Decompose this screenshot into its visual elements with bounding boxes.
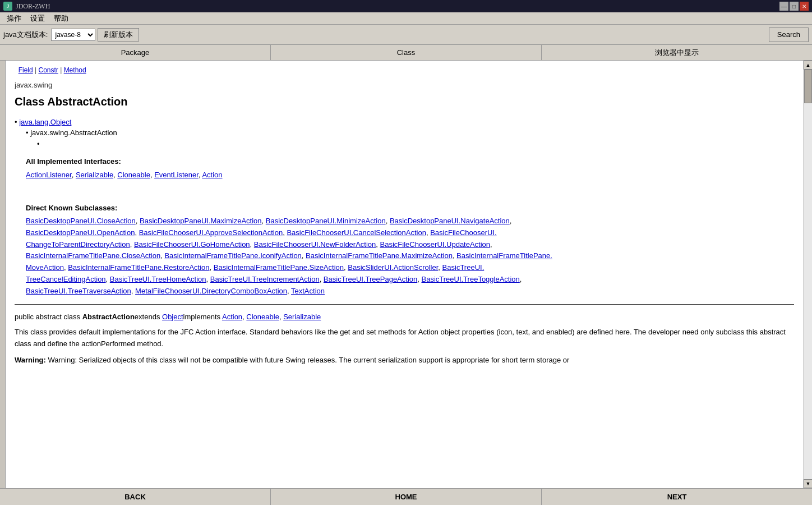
app-icon: J: [3, 2, 12, 11]
scroll-up-button[interactable]: ▲: [804, 61, 812, 70]
nav-links: Field | Constr | Method: [15, 65, 794, 75]
inheritance-item-3: [37, 139, 794, 150]
refresh-button[interactable]: 刷新版本: [98, 28, 139, 42]
subclass-18[interactable]: BasicSliderUI.ActionScroller: [348, 263, 438, 272]
subclass-26[interactable]: TextAction: [291, 287, 325, 295]
left-sidebar: [0, 61, 6, 488]
minimize-button[interactable]: —: [779, 2, 788, 11]
tab-browser[interactable]: 浏览器中显示: [542, 45, 812, 60]
subclass-9[interactable]: BasicFileChooserUI.GoHomeAction: [134, 240, 250, 249]
subclasses-section: Direct Known Subclasses: BasicDesktopPan…: [26, 203, 794, 297]
home-button[interactable]: HOME: [271, 489, 542, 505]
nav-method-link[interactable]: Method: [64, 66, 86, 74]
subclass-5[interactable]: BasicDesktopPaneUI.OpenAction: [26, 228, 135, 237]
subclass-14[interactable]: BasicInternalFrameTitlePane.MaximizeActi…: [306, 251, 453, 260]
subclass-22[interactable]: BasicTreeUI.TreePageAction: [324, 275, 417, 283]
content-wrapper: Field | Constr | Method javax.swing Clas…: [0, 61, 812, 488]
namespace: javax.swing: [15, 80, 794, 91]
interfaces-list: ActionListener, Serializable, Cloneable,…: [26, 169, 794, 181]
subclass-1[interactable]: BasicDesktopPaneUI.CloseAction: [26, 217, 136, 225]
interfaces-label: All Implemented Interfaces:: [26, 156, 794, 167]
inheritance-list: java.lang.Object javax.swing.AbstractAct…: [15, 117, 794, 150]
window-controls: — □ ✕: [779, 2, 809, 11]
search-button[interactable]: Search: [769, 27, 809, 42]
interface-actionlistener[interactable]: ActionListener: [26, 171, 72, 179]
inheritance-item-1: java.lang.Object: [15, 117, 794, 128]
sig-action-link[interactable]: Action: [222, 313, 242, 321]
subclass-13[interactable]: BasicInternalFrameTitlePane.IconifyActio…: [164, 251, 301, 260]
scroll-thumb[interactable]: [804, 70, 812, 103]
subclass-16[interactable]: BasicInternalFrameTitlePane.RestoreActio…: [68, 263, 209, 272]
window-title: JDOR-ZWH: [16, 2, 779, 11]
divider: [15, 304, 794, 305]
next-button[interactable]: NEXT: [542, 489, 812, 505]
sig-extends: extends: [135, 313, 162, 321]
tab-package[interactable]: Package: [0, 45, 271, 60]
title-bar: J JDOR-ZWH — □ ✕: [0, 0, 812, 12]
subclass-6[interactable]: BasicFileChooserUI.ApproveSelectionActio…: [139, 228, 283, 237]
desc-para-1: This class provides default implementati…: [15, 327, 794, 350]
inheritance-item-2: javax.swing.AbstractAction: [26, 127, 794, 139]
subclass-10[interactable]: BasicFileChooserUI.NewFolderAction: [254, 240, 376, 249]
java-lang-object-link[interactable]: java.lang.Object: [19, 118, 71, 126]
menu-bar: 操作 设置 帮助: [0, 12, 812, 25]
toolbar: java文档版本: javase-8 javase-11 javase-17 刷…: [0, 25, 812, 45]
interface-action[interactable]: Action: [202, 171, 222, 179]
sig-object-link[interactable]: Object: [162, 313, 183, 321]
back-button[interactable]: BACK: [0, 489, 271, 505]
tab-bar: Package Class 浏览器中显示: [0, 45, 812, 61]
scroll-track[interactable]: [804, 70, 812, 479]
version-label: java文档版本:: [3, 30, 48, 40]
menu-item-actions[interactable]: 操作: [2, 12, 26, 25]
sig-prefix: public abstract class: [15, 313, 82, 321]
subclass-24[interactable]: BasicTreeUI.TreeTraverseAction: [26, 287, 131, 295]
scroll-down-button[interactable]: ▼: [804, 479, 812, 488]
interfaces-section: All Implemented Interfaces: ActionListen…: [26, 156, 794, 180]
main-content: Field | Constr | Method javax.swing Clas…: [6, 61, 803, 488]
subclass-23[interactable]: BasicTreeUI.TreeToggleAction: [421, 275, 519, 283]
tab-class[interactable]: Class: [271, 45, 542, 60]
nav-constr-link[interactable]: Constr: [38, 66, 58, 74]
class-signature: public abstract class AbstractActionexte…: [15, 311, 794, 323]
subclasses-list: BasicDesktopPaneUI.CloseAction, BasicDes…: [26, 215, 794, 297]
subclass-20[interactable]: BasicTreeUI.TreeHomeAction: [110, 275, 206, 283]
subclass-2[interactable]: BasicDesktopPaneUI.MaximizeAction: [140, 217, 261, 225]
interface-eventlistener[interactable]: EventListener: [154, 171, 199, 179]
subclasses-label: Direct Known Subclasses:: [26, 203, 794, 214]
sig-serializable-link[interactable]: Serializable: [283, 313, 321, 321]
subclass-17[interactable]: BasicInternalFrameTitlePane.SizeAction: [214, 263, 344, 272]
version-select[interactable]: javase-8 javase-11 javase-17: [51, 29, 95, 41]
close-button[interactable]: ✕: [800, 2, 809, 11]
warning-label: Warning:: [15, 356, 46, 364]
interface-serializable[interactable]: Serializable: [76, 171, 113, 179]
menu-item-settings[interactable]: 设置: [26, 12, 49, 25]
class-title: Class AbstractAction: [15, 93, 794, 110]
right-scrollbar: ▲ ▼: [803, 61, 812, 488]
subclass-12[interactable]: BasicInternalFrameTitlePane.CloseAction: [26, 251, 160, 260]
nav-field-link[interactable]: Field: [19, 66, 33, 74]
menu-item-help[interactable]: 帮助: [49, 12, 73, 25]
description: This class provides default implementati…: [15, 327, 794, 366]
subclass-11[interactable]: BasicFileChooserUI.UpdateAction: [380, 240, 491, 249]
subclass-21[interactable]: BasicTreeUI.TreeIncrementAction: [210, 275, 320, 283]
sig-implements: implements: [183, 313, 222, 321]
subclass-25[interactable]: MetalFileChooserUI.DirectoryComboBoxActi…: [135, 287, 287, 295]
maximize-button[interactable]: □: [790, 2, 799, 11]
desc-para-2: Warning: Warning: Serialized objects of …: [15, 355, 794, 366]
sig-classname: AbstractAction: [82, 313, 135, 321]
bottom-nav: BACK HOME NEXT: [0, 488, 812, 505]
subclass-4[interactable]: BasicDesktopPaneUI.NavigateAction: [390, 217, 510, 225]
subclass-7[interactable]: BasicFileChooserUI.CancelSelectionAction: [287, 228, 426, 237]
interface-cloneable[interactable]: Cloneable: [117, 171, 150, 179]
subclass-3[interactable]: BasicDesktopPaneUI.MinimizeAction: [266, 217, 386, 225]
sig-cloneable-link[interactable]: Cloneable: [246, 313, 279, 321]
